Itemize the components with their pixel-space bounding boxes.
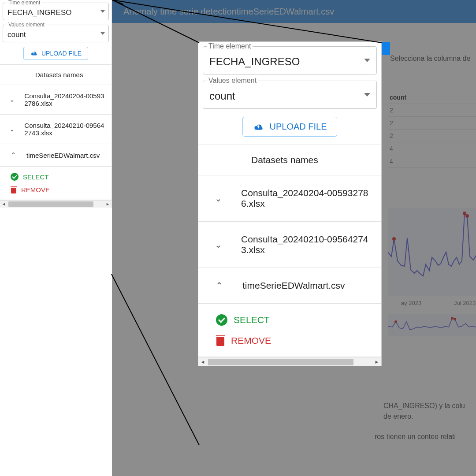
check-circle-icon	[216, 314, 227, 326]
scrollbar-thumb[interactable]	[8, 201, 93, 207]
chevron-up-icon: ⌃	[9, 151, 18, 159]
chevron-down-icon: ⌄	[9, 96, 15, 104]
dataset-name: Consulta_20240204-005932786.xlsx	[241, 188, 375, 209]
remove-label: REMOVE	[21, 186, 50, 193]
select-button[interactable]: SELECT	[11, 173, 112, 181]
datasets-heading: Datasets names	[0, 65, 112, 85]
remove-button[interactable]: REMOVE	[11, 186, 112, 193]
time-element-select[interactable]: Time element FECHA_INGRESO	[203, 46, 377, 74]
chevron-up-icon: ⌃	[213, 280, 225, 291]
values-element-value: count	[7, 30, 104, 39]
time-element-value: FECHA_INGRESO	[7, 8, 104, 17]
upload-file-button[interactable]: UPLOAD FILE	[23, 47, 88, 60]
dataset-item[interactable]: ⌄ Consulta_20240204-005932786.xlsx	[0, 85, 112, 115]
time-element-value: FECHA_INGRESO	[209, 56, 370, 68]
dataset-actions: SELECT REMOVE	[0, 167, 112, 200]
sidebar: Time element FECHA_INGRESO Values elemen…	[0, 0, 112, 208]
time-element-label: Time element	[7, 0, 42, 6]
scrollbar-track[interactable]	[207, 358, 372, 365]
select-label: SELECT	[234, 315, 270, 325]
scrollbar-track[interactable]	[7, 201, 104, 208]
time-element-label: Time element	[207, 42, 253, 50]
dataset-item[interactable]: ⌄ Consulta_20240204-005932786.xlsx	[198, 175, 381, 222]
scroll-right-icon[interactable]: ►	[104, 201, 112, 208]
app-root: Anomaly time serie detectiontimeSerieEDW…	[0, 0, 476, 476]
upload-file-button[interactable]: UPLOAD FILE	[242, 117, 337, 137]
chevron-down-icon	[100, 10, 105, 13]
chevron-down-icon	[364, 93, 370, 97]
dataset-item-expanded[interactable]: ⌃ timeSerieEDWalmart.csv	[198, 268, 381, 304]
dataset-item[interactable]: ⌄ Consulta_20240210-095642743.xlsx	[198, 222, 381, 268]
cloud-upload-icon	[253, 123, 264, 131]
upload-label: UPLOAD FILE	[269, 122, 327, 132]
trash-icon	[11, 186, 17, 193]
trash-icon	[216, 335, 225, 346]
remove-label: REMOVE	[231, 335, 271, 346]
dataset-item-expanded[interactable]: ⌃ timeSerieEDWalmart.csv	[0, 144, 112, 167]
chevron-down-icon: ⌄	[9, 125, 15, 133]
chevron-down-icon: ⌄	[213, 239, 223, 250]
values-element-value: count	[209, 90, 370, 102]
upload-row: UPLOAD FILE	[198, 109, 381, 145]
dataset-item[interactable]: ⌄ Consulta_20240210-095642743.xlsx	[0, 115, 112, 144]
upload-label: UPLOAD FILE	[41, 50, 82, 57]
scrollbar-thumb[interactable]	[208, 359, 353, 365]
dataset-name: Consulta_20240210-095642743.xlsx	[241, 234, 375, 255]
dataset-name: timeSerieEDWalmart.csv	[242, 280, 345, 291]
scroll-left-icon[interactable]: ◄	[198, 357, 207, 366]
horizontal-scrollbar[interactable]: ◄ ►	[0, 200, 112, 208]
remove-button[interactable]: REMOVE	[216, 335, 381, 346]
check-circle-icon	[11, 173, 19, 181]
chevron-down-icon	[364, 59, 370, 62]
dataset-name: timeSerieEDWalmart.csv	[26, 152, 100, 159]
horizontal-scrollbar[interactable]: ◄ ►	[198, 357, 381, 366]
scroll-left-icon[interactable]: ◄	[0, 201, 7, 208]
cloud-upload-icon	[30, 50, 38, 56]
scroll-right-icon[interactable]: ►	[372, 357, 381, 366]
values-element-label: Values element	[207, 77, 258, 85]
sidebar-zoomed: Time element FECHA_INGRESO Values elemen…	[198, 42, 381, 366]
dataset-name: Consulta_20240204-005932786.xlsx	[24, 92, 107, 107]
time-element-select[interactable]: Time element FECHA_INGRESO	[3, 3, 109, 20]
dataset-actions: SELECT REMOVE	[198, 304, 381, 357]
datasets-heading: Datasets names	[198, 145, 381, 175]
values-element-select[interactable]: Values element count	[203, 81, 377, 109]
values-element-label: Values element	[7, 22, 46, 28]
select-label: SELECT	[23, 173, 48, 181]
values-element-select[interactable]: Values element count	[3, 25, 109, 42]
select-button[interactable]: SELECT	[216, 314, 381, 326]
dataset-name: Consulta_20240210-095642743.xlsx	[24, 122, 107, 137]
chevron-down-icon	[100, 32, 105, 35]
upload-row: UPLOAD FILE	[0, 42, 112, 65]
chevron-down-icon: ⌄	[213, 193, 223, 204]
